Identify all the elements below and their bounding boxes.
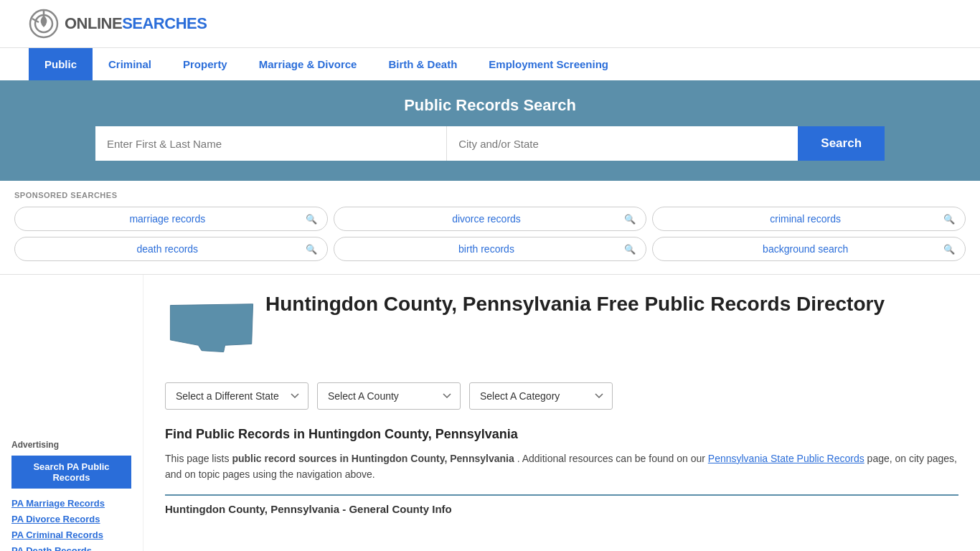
sponsored-item-death-text: death records [29, 243, 306, 255]
find-text-2: . Additional resources can be found on o… [517, 453, 708, 464]
page-title: Huntingdon County, Pennsylvania Free Pub… [265, 292, 885, 316]
hero-banner: Public Records Search Search [0, 80, 980, 181]
svg-marker-4 [170, 304, 253, 352]
state-map-area: Huntingdon County, Pennsylvania Free Pub… [165, 292, 958, 361]
sponsored-item-birth[interactable]: birth records 🔍 [334, 237, 647, 261]
logo-text: ONLINE SEARCHES [65, 14, 207, 33]
nav-item-property[interactable]: Property [167, 48, 243, 80]
state-map [165, 292, 258, 361]
content-wrapper: Advertising Search PA Public Records PA … [0, 275, 980, 551]
nav-item-criminal[interactable]: Criminal [93, 48, 167, 80]
sponsored-item-background-text: background search [667, 243, 943, 255]
search-bar: Search [95, 126, 885, 161]
search-icon: 🔍 [624, 244, 636, 255]
list-item: PA Marriage Records [11, 497, 131, 509]
logo-icon [29, 9, 59, 39]
sponsored-item-divorce-text: divorce records [349, 213, 625, 225]
title-text: Huntingdon County, Pennsylvania Free Pub… [265, 292, 885, 331]
nav-item-employment[interactable]: Employment Screening [473, 48, 624, 80]
site-header: ONLINE SEARCHES [0, 0, 980, 47]
main-content: Huntingdon County, Pennsylvania Free Pub… [143, 275, 980, 551]
sidebar-promo-button[interactable]: Search PA Public Records [11, 456, 131, 489]
section-subtitle: Huntingdon County, Pennsylvania - Genera… [165, 496, 958, 515]
nav-item-public[interactable]: Public [29, 48, 93, 80]
sidebar-links: PA Marriage Records PA Divorce Records P… [11, 497, 131, 551]
logo-online: ONLINE [65, 14, 122, 33]
search-icon: 🔍 [624, 214, 636, 225]
sidebar-link-marriage[interactable]: PA Marriage Records [11, 498, 105, 509]
list-item: PA Death Records [11, 545, 131, 551]
sponsored-item-background[interactable]: background search 🔍 [652, 237, 966, 261]
search-icon: 🔍 [943, 214, 955, 225]
sponsored-item-marriage[interactable]: marriage records 🔍 [14, 207, 328, 231]
sponsored-grid: marriage records 🔍 divorce records 🔍 cri… [14, 207, 966, 261]
find-bold: public record sources in Huntingdon Coun… [232, 453, 514, 464]
sidebar-link-criminal[interactable]: PA Criminal Records [11, 529, 103, 540]
sponsored-item-death[interactable]: death records 🔍 [14, 237, 328, 261]
pennsylvania-map-svg [165, 292, 258, 359]
sidebar-link-divorce[interactable]: PA Divorce Records [11, 514, 100, 524]
nav-item-birth-death[interactable]: Birth & Death [372, 48, 473, 80]
advertising-label: Advertising [11, 440, 131, 450]
nav-item-marriage-divorce[interactable]: Marriage & Divorce [243, 48, 373, 80]
sponsored-item-marriage-text: marriage records [29, 213, 306, 225]
logo-searches: SEARCHES [122, 14, 207, 33]
category-dropdown[interactable]: Select A Category [469, 382, 613, 410]
search-icon: 🔍 [943, 244, 955, 255]
find-records-text: This page lists public record sources in… [165, 451, 958, 483]
sponsored-item-birth-text: birth records [349, 243, 625, 255]
nav-inner: Public Criminal Property Marriage & Divo… [0, 48, 980, 80]
search-icon: 🔍 [306, 214, 317, 225]
county-dropdown[interactable]: Select A County [317, 382, 461, 410]
list-item: PA Divorce Records [11, 513, 131, 524]
sidebar: Advertising Search PA Public Records PA … [0, 275, 143, 551]
sponsored-item-divorce[interactable]: divorce records 🔍 [334, 207, 647, 231]
search-button[interactable]: Search [798, 126, 885, 161]
sponsored-section: SPONSORED SEARCHES marriage records 🔍 di… [0, 181, 980, 275]
sponsored-item-criminal[interactable]: criminal records 🔍 [652, 207, 966, 231]
find-records-title: Find Public Records in Huntingdon County… [165, 427, 958, 442]
sidebar-link-death[interactable]: PA Death Records [11, 545, 92, 551]
location-input[interactable] [447, 126, 798, 161]
find-state-link[interactable]: Pennsylvania State Public Records [708, 453, 864, 464]
state-dropdown[interactable]: Select a Different State [165, 382, 308, 410]
logo[interactable]: ONLINE SEARCHES [29, 9, 207, 39]
list-item: PA Criminal Records [11, 529, 131, 540]
find-text-1: This page lists [165, 453, 232, 464]
sponsored-label: SPONSORED SEARCHES [14, 191, 966, 199]
main-nav: Public Criminal Property Marriage & Divo… [0, 47, 980, 80]
hero-title: Public Records Search [29, 96, 951, 115]
sponsored-item-criminal-text: criminal records [667, 213, 943, 225]
name-input[interactable] [95, 126, 447, 161]
dropdowns-row: Select a Different State Select A County… [165, 382, 958, 410]
search-icon: 🔍 [306, 244, 317, 255]
